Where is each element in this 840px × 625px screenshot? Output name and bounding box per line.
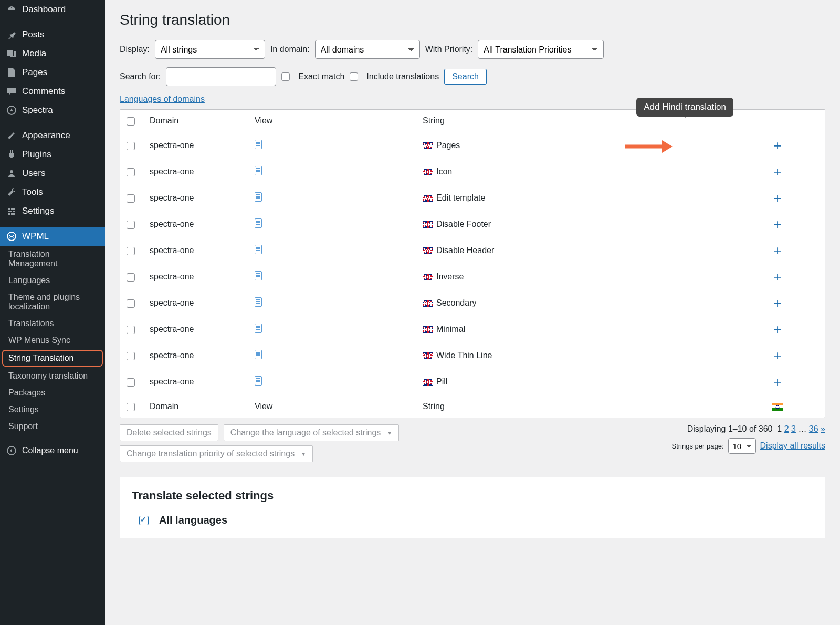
view-doc-icon[interactable] — [255, 166, 262, 175]
view-doc-icon[interactable] — [255, 245, 262, 254]
pager-page-link[interactable]: 2 — [784, 424, 789, 433]
view-doc-icon[interactable] — [255, 271, 262, 280]
sidebar-subitem-translation-management[interactable]: Translation Management — [0, 246, 105, 272]
exact-match-checkbox[interactable] — [281, 72, 290, 81]
add-translation-button[interactable]: + — [773, 270, 781, 284]
media-icon — [6, 48, 17, 59]
pager-page-link[interactable]: 3 — [791, 424, 796, 433]
strings-table: Add Hindi translation Domain View String… — [120, 109, 825, 418]
sidebar-subitem-languages[interactable]: Languages — [0, 272, 105, 289]
flag-uk-icon — [423, 274, 433, 280]
filter-row-1: Display: All strings In domain: All doma… — [120, 40, 825, 59]
pager-page-link[interactable]: » — [821, 424, 825, 433]
row-checkbox[interactable] — [127, 194, 135, 203]
display-all-link[interactable]: Display all results — [760, 441, 825, 451]
col-view-header[interactable]: View — [249, 110, 417, 132]
change-priority-select[interactable]: Change translation priority of selected … — [120, 445, 313, 462]
row-checkbox[interactable] — [127, 299, 135, 308]
collapse-icon — [6, 445, 17, 456]
comment-icon — [6, 86, 17, 97]
sidebar-item-pages[interactable]: Pages — [0, 63, 105, 82]
sidebar-subitem-support[interactable]: Support — [0, 418, 105, 435]
svg-rect-3 — [11, 208, 15, 210]
view-doc-icon[interactable] — [255, 297, 262, 307]
row-domain: spectra-one — [144, 290, 249, 316]
sidebar-subitem-taxonomy-translation[interactable]: Taxonomy translation — [0, 368, 105, 384]
row-string: Wide Thin Line — [417, 342, 730, 369]
flag-uk-icon — [423, 142, 433, 149]
row-checkbox[interactable] — [127, 221, 135, 229]
sidebar-item-posts[interactable]: Posts — [0, 25, 105, 44]
table-row: spectra-oneIcon+ — [120, 159, 825, 185]
row-checkbox[interactable] — [127, 273, 135, 282]
row-checkbox[interactable] — [127, 326, 135, 334]
sidebar-subitem-theme-and-plugins-localization[interactable]: Theme and plugins localization — [0, 289, 105, 315]
sidebar-item-users[interactable]: Users — [0, 164, 105, 183]
flag-india-icon — [772, 403, 783, 411]
col-domain-footer[interactable]: Domain — [144, 395, 249, 418]
row-checkbox[interactable] — [127, 168, 135, 176]
col-string-footer[interactable]: String — [417, 395, 730, 418]
flag-uk-icon — [423, 352, 433, 359]
view-doc-icon[interactable] — [255, 324, 262, 333]
add-translation-button[interactable]: + — [773, 349, 781, 362]
view-doc-icon[interactable] — [255, 192, 262, 202]
sidebar-item-wpml[interactable]: WPML — [0, 227, 105, 246]
view-doc-icon[interactable] — [255, 350, 262, 359]
sidebar-subitem-string-translation[interactable]: String Translation — [2, 350, 103, 367]
add-translation-button[interactable]: + — [773, 322, 781, 336]
sidebar-item-spectra[interactable]: Spectra — [0, 101, 105, 120]
search-button[interactable]: Search — [444, 69, 487, 85]
col-view-footer[interactable]: View — [249, 395, 417, 418]
row-domain: spectra-one — [144, 132, 249, 159]
row-checkbox[interactable] — [127, 378, 135, 387]
view-doc-icon[interactable] — [255, 376, 262, 386]
add-translation-button[interactable]: + — [773, 375, 781, 389]
per-page-select[interactable]: 10 — [728, 438, 756, 454]
delete-strings-button[interactable]: Delete selected strings — [120, 424, 218, 441]
priority-select[interactable]: All Translation Priorities — [478, 40, 604, 59]
sidebar-item-appearance[interactable]: Appearance — [0, 126, 105, 145]
pager-page-link[interactable]: 36 — [809, 424, 818, 433]
in-domain-select[interactable]: All domains — [315, 40, 420, 59]
sidebar-subitem-packages[interactable]: Packages — [0, 384, 105, 401]
row-string: Edit template — [417, 185, 730, 211]
display-select[interactable]: All strings — [155, 40, 265, 59]
add-translation-button[interactable]: + — [773, 244, 781, 257]
sidebar-collapse[interactable]: Collapse menu — [0, 441, 105, 460]
add-translation-button[interactable]: + — [773, 191, 781, 205]
row-checkbox[interactable] — [127, 247, 135, 255]
sidebar-item-settings[interactable]: Settings — [0, 202, 105, 221]
view-doc-icon[interactable] — [255, 140, 262, 149]
add-translation-button[interactable]: + — [773, 217, 781, 231]
col-domain-header[interactable]: Domain — [144, 110, 249, 132]
search-input[interactable] — [166, 67, 276, 86]
row-checkbox[interactable] — [127, 142, 135, 150]
include-translations-checkbox[interactable] — [350, 72, 358, 81]
sidebar-item-label: Media — [22, 48, 46, 59]
add-translation-button[interactable]: + — [773, 139, 781, 152]
change-language-select[interactable]: Change the language of selected strings▼ — [224, 424, 399, 441]
row-domain: spectra-one — [144, 185, 249, 211]
sidebar-item-media[interactable]: Media — [0, 44, 105, 63]
sidebar-item-plugins[interactable]: Plugins — [0, 145, 105, 164]
view-doc-icon[interactable] — [255, 218, 262, 228]
sidebar-subitem-translations[interactable]: Translations — [0, 315, 105, 332]
arrow-annotation-icon — [625, 139, 673, 154]
languages-of-domains-link[interactable]: Languages of domains — [120, 95, 205, 103]
sidebar-item-dashboard[interactable]: Dashboard — [0, 0, 105, 19]
row-checkbox[interactable] — [127, 352, 135, 360]
sidebar-item-tools[interactable]: Tools — [0, 183, 105, 202]
translate-panel: Translate selected strings All languages — [120, 477, 825, 538]
settings-icon — [6, 206, 17, 216]
row-string: Pages — [417, 132, 730, 159]
sidebar-item-comments[interactable]: Comments — [0, 82, 105, 101]
sidebar-subitem-wp-menus-sync[interactable]: WP Menus Sync — [0, 332, 105, 349]
select-all-checkbox-bottom[interactable] — [127, 403, 135, 411]
all-languages-checkbox[interactable] — [139, 516, 149, 525]
select-all-checkbox[interactable] — [127, 117, 135, 126]
add-translation-button[interactable]: + — [773, 296, 781, 310]
add-translation-button[interactable]: + — [773, 165, 781, 179]
sidebar-subitem-settings[interactable]: Settings — [0, 401, 105, 418]
svg-rect-5 — [13, 211, 15, 212]
